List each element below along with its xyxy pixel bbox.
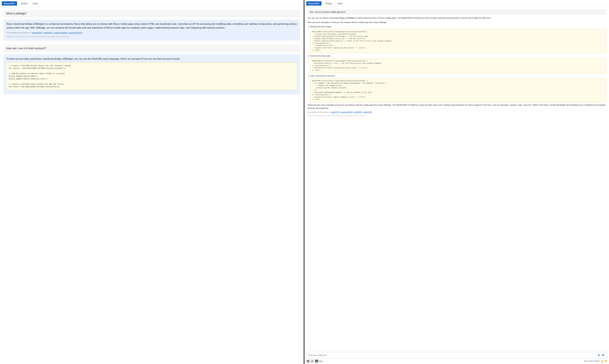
question-1: What is jsBridge?	[3, 10, 300, 17]
answer-1: Resco JavaScript Bridge (JSBridge) is a …	[3, 19, 300, 41]
source-link-1-1[interactable]: wiki2[92%]	[43, 32, 53, 34]
play-icon: ▶	[315, 360, 318, 363]
step-1: Request the form object: MobileCRM.UI.En…	[310, 25, 606, 53]
play-button[interactable]: ▶ Play	[315, 360, 322, 363]
left-clear-button[interactable]: Clear	[31, 2, 39, 5]
sources-1: Find additional information at: blogs1[9…	[6, 31, 297, 34]
chat-input-row: 🎙️	[306, 352, 607, 358]
code-block-right-3: MobileCRM.UI.EntityForm.requestObject(fu…	[310, 78, 606, 102]
steps-list: Request the form object: MobileCRM.UI.En…	[307, 25, 606, 102]
left-panel: RescoGPT Export Clear What is jsBridge? …	[0, 0, 304, 364]
right-footer: 🎙️ 🔇 🔊 ▶ Play Was answer helpful? 👍 👎	[304, 350, 609, 364]
step-3: Add a command to the form: MobileCRM.UI.…	[310, 74, 606, 102]
code-block-1: // Create a FetchXml.Entity object for t…	[6, 63, 297, 90]
right-source-1[interactable]: academy2[95%]	[340, 111, 353, 113]
footer-actions: 🔇 🔊 ▶ Play Was answer helpful? 👍 👎	[306, 360, 607, 363]
left-header: RescoGPT Export Clear	[0, 0, 304, 7]
right-header: RescoGPT Export Clear	[304, 0, 609, 7]
code-block-right-2: MobileCRM.UI.EntityForm.requestObject(fu…	[310, 58, 606, 73]
right-brand: RescoGPT	[306, 1, 321, 6]
step-2: Set the form dirty state: MobileCRM.UI.E…	[310, 54, 606, 73]
send-button[interactable]	[602, 353, 605, 357]
chat-question: Can I use it to interact mobile app form…	[307, 9, 606, 15]
speaker-on-button[interactable]: 🔊	[311, 360, 314, 363]
thumbs-up-button[interactable]: 👍	[601, 360, 604, 362]
play-section: 🔇 🔊 ▶ Play	[306, 360, 322, 363]
code-block-right-1: MobileCRM.UI.EntityForm.requestObject(fu…	[310, 29, 606, 53]
left-content: What is jsBridge? Resco JavaScript Bridg…	[0, 7, 304, 364]
left-brand: RescoGPT	[2, 1, 17, 6]
helpful-row: Was answer helpful? 👍 👎	[584, 360, 607, 362]
speaker-button[interactable]: 🔇	[306, 360, 310, 363]
right-source-2[interactable]: wiki3[95%]	[354, 111, 362, 113]
right-panel: RescoGPT Export Clear Can I use it to in…	[304, 0, 609, 364]
source-link-1-0[interactable]: blogs1[92%]	[32, 32, 42, 34]
chat-answer: Yes, you can use Resco JavaScript Bridge…	[307, 16, 606, 117]
thumbs-down-button[interactable]: 👎	[604, 360, 607, 362]
chat-disclaimer: Please note that ChatGPT may produce ina…	[307, 114, 606, 117]
left-export-button[interactable]: Export	[20, 2, 28, 5]
question-2: How can I use it to fetch account?	[3, 45, 300, 52]
right-clear-button[interactable]: Clear	[336, 2, 344, 5]
source-link-1-3[interactable]: academy4[91%]	[69, 32, 82, 34]
source-link-1-2[interactable]: academy3[92%]	[54, 32, 67, 34]
right-export-button[interactable]: Export	[324, 2, 333, 5]
mic-button[interactable]: 🎙️	[597, 354, 601, 357]
disclaimer-1: Please note that ChatGPT may produce ina…	[6, 35, 297, 38]
right-source-0[interactable]: wiki1[97%]	[331, 111, 339, 113]
right-content: Can I use it to interact mobile app form…	[304, 7, 609, 350]
answer-2: To fetch account data using Resco JavaSc…	[3, 54, 300, 94]
chat-input[interactable]	[308, 354, 596, 356]
chat-sources: Find additional information at: wiki1[97…	[307, 111, 606, 114]
right-source-3[interactable]: wiki4[94%]	[363, 111, 372, 113]
